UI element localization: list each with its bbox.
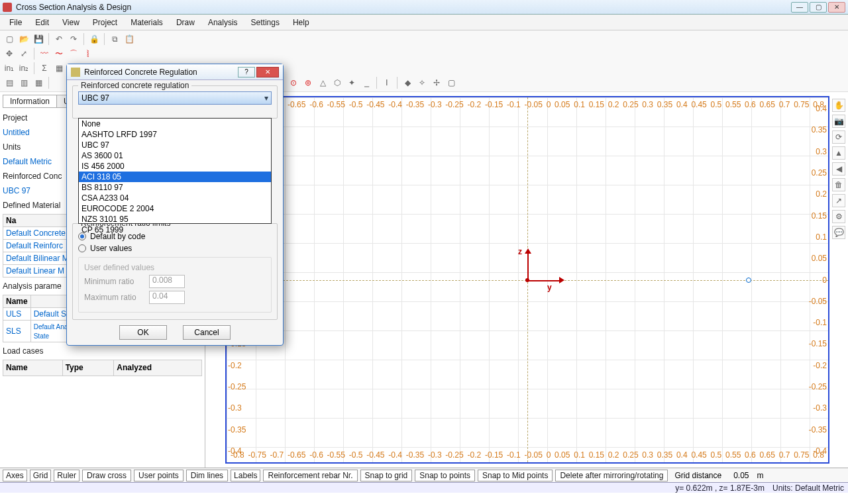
poly3-icon[interactable]: ✦ — [345, 76, 358, 89]
poly2-icon[interactable]: ⬡ — [331, 76, 344, 89]
dialog-titlebar[interactable]: Reinforced Concrete Regulation ? ✕ — [67, 64, 283, 80]
new-icon[interactable]: ▢ — [3, 32, 16, 46]
regulation-option[interactable]: CP 65 1999 — [79, 225, 271, 235]
curve3-icon[interactable]: ⌒ — [67, 47, 80, 60]
graph-icon[interactable]: ⎯ — [360, 76, 373, 89]
menu-file[interactable]: File — [4, 17, 27, 28]
radio-user-label: User values — [90, 244, 132, 253]
redo-icon[interactable]: ↷ — [67, 32, 80, 46]
regulation-option[interactable]: ACI 318 05 — [79, 172, 271, 182]
poly1-icon[interactable]: △ — [316, 76, 329, 89]
toggle-deleteafter[interactable]: Delete after mirroring/rotating — [555, 470, 668, 481]
minimize-button[interactable]: — — [791, 2, 808, 13]
menu-view[interactable]: View — [57, 17, 85, 28]
tool5-icon[interactable]: ▦ — [52, 62, 66, 75]
flip-icon[interactable]: ◀ — [832, 162, 845, 176]
toggle-dimlines[interactable]: Dim lines — [186, 470, 228, 481]
dialog-close-button[interactable]: ✕ — [256, 67, 279, 77]
tab-information[interactable]: Information — [3, 95, 57, 107]
zoomsel-icon[interactable]: ↗ — [832, 194, 845, 207]
menu-analysis[interactable]: Analysis — [203, 17, 243, 28]
menu-draw[interactable]: Draw — [171, 17, 200, 28]
subgroup-label: User defined values — [84, 263, 266, 272]
menu-materials[interactable]: Materials — [125, 17, 168, 28]
lock-icon[interactable]: 🔒 — [87, 32, 101, 46]
curve4-icon[interactable]: ⦚ — [81, 47, 95, 60]
open-icon[interactable]: 📂 — [17, 32, 30, 46]
menu-project[interactable]: Project — [87, 17, 123, 28]
drawing-canvas[interactable]: y z -0.8-0.75-0.7-0.65-0.6-0.55-0.5-0.45… — [225, 96, 829, 464]
regulation-option[interactable]: EUROCODE 2 2004 — [79, 203, 271, 214]
point-icon[interactable]: ◆ — [401, 76, 414, 89]
curve1-icon[interactable]: 〰 — [38, 47, 51, 60]
copy-icon[interactable]: ⧉ — [108, 32, 121, 46]
max-ratio-label: Maximum ratio — [84, 293, 144, 302]
doc2-icon[interactable]: ▥ — [17, 76, 30, 89]
menu-settings[interactable]: Settings — [246, 17, 285, 28]
menu-edit[interactable]: Edit — [30, 17, 54, 28]
regulation-option[interactable]: AS 3600 01 — [79, 150, 271, 161]
toggle-ruler[interactable]: Ruler — [54, 470, 80, 481]
in2-icon[interactable]: in₂ — [17, 62, 30, 75]
camera-icon[interactable]: 📷 — [832, 115, 845, 128]
doc3-icon[interactable]: ▦ — [32, 76, 45, 89]
toggle-grid[interactable]: Grid — [30, 470, 52, 481]
save-icon[interactable]: 💾 — [32, 32, 45, 46]
material-row[interactable]: Default Concrete — [6, 228, 66, 238]
menu-help[interactable]: Help — [288, 17, 315, 28]
regulation-option[interactable]: IS 456 2000 — [79, 161, 271, 172]
trash-icon[interactable]: 🗑 — [832, 178, 845, 191]
toggle-snappoints[interactable]: Snap to points — [415, 470, 475, 481]
diag-icon[interactable]: ✧ — [415, 76, 429, 89]
expand-icon[interactable]: ⤢ — [17, 47, 30, 60]
mirror-icon[interactable]: ▲ — [832, 146, 845, 160]
regulation-option[interactable]: BS 8110 97 — [79, 182, 271, 193]
toggle-axes[interactable]: Axes — [3, 470, 27, 481]
move-icon[interactable]: ✥ — [3, 47, 16, 60]
undo-icon[interactable]: ↶ — [52, 32, 66, 46]
close-button[interactable]: ✕ — [828, 2, 845, 13]
grid-distance-value[interactable]: 0.05 — [733, 471, 749, 480]
ok-button[interactable]: OK — [119, 325, 167, 340]
min-ratio-input[interactable]: 0.008 — [149, 275, 185, 288]
refresh-icon[interactable]: ⟳ — [832, 130, 845, 144]
toggle-rebarnr[interactable]: Reinforcement rebar Nr. — [263, 470, 357, 481]
toggle-labels[interactable]: Labels — [231, 470, 260, 481]
canvas-area[interactable]: y z -0.8-0.75-0.7-0.65-0.6-0.55-0.5-0.45… — [205, 92, 848, 468]
regulation-option[interactable]: AASHTO LRFD 1997 — [79, 129, 271, 140]
comment-icon[interactable]: 💬 — [832, 226, 845, 239]
settings2-icon[interactable]: ⚙ — [832, 210, 845, 223]
regulation-combo[interactable]: UBC 97 ▾ — [78, 91, 272, 105]
radio-user-values[interactable] — [78, 244, 86, 252]
toggle-snapmid[interactable]: Snap to Mid points — [478, 470, 553, 481]
analysis-row-name[interactable]: ULS — [6, 309, 21, 319]
paste-icon[interactable]: 📋 — [123, 32, 136, 46]
circle2-icon[interactable]: ⊙ — [287, 76, 300, 89]
pan-icon[interactable]: ✋ — [832, 99, 845, 112]
doc1-icon[interactable]: ▤ — [3, 76, 16, 89]
material-row[interactable]: Default Bilinear M — [6, 254, 69, 263]
regulation-option[interactable]: CSA A233 04 — [79, 193, 271, 203]
axis-z-line — [527, 254, 529, 280]
dialog-help-button[interactable]: ? — [238, 67, 255, 77]
text-icon[interactable]: Ⅰ — [380, 76, 394, 89]
toggle-userpoints[interactable]: User points — [134, 470, 184, 481]
toggle-drawcross[interactable]: Draw cross — [82, 470, 131, 481]
material-row[interactable]: Default Reinforc — [6, 241, 63, 250]
analysis-row-name[interactable]: SLS — [6, 327, 21, 336]
material-row[interactable]: Default Linear M — [6, 266, 64, 276]
in1-icon[interactable]: in₁ — [3, 62, 16, 75]
cancel-button[interactable]: Cancel — [183, 325, 231, 340]
cross-icon[interactable]: ✢ — [430, 76, 443, 89]
regulation-dropdown[interactable]: NoneAASHTO LRFD 1997UBC 97AS 3600 01IS 4… — [78, 118, 272, 224]
max-ratio-input[interactable]: 0.04 — [149, 291, 185, 304]
square-icon[interactable]: ▢ — [445, 76, 458, 89]
toggle-snapgrid[interactable]: Snap to grid — [360, 470, 413, 481]
sigma-icon[interactable]: Σ — [38, 62, 51, 75]
regulation-option[interactable]: UBC 97 — [79, 140, 271, 150]
maximize-button[interactable]: ▢ — [810, 2, 827, 13]
circle3-icon[interactable]: ⊚ — [301, 76, 315, 89]
regulation-option[interactable]: None — [79, 119, 271, 129]
curve2-icon[interactable]: 〜 — [52, 47, 66, 60]
regulation-option[interactable]: NZS 3101 95 — [79, 214, 271, 225]
